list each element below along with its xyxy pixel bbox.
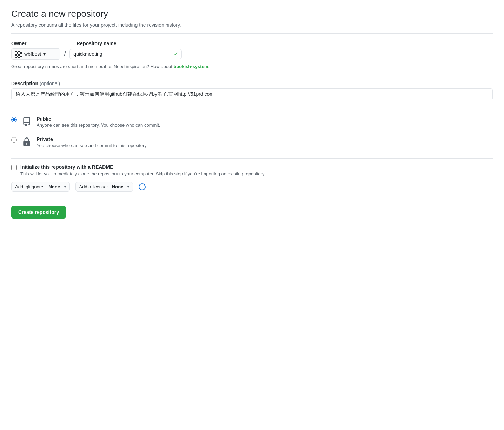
owner-label-wrap: Owner	[11, 41, 67, 46]
visibility-private-option: Private You choose who can see and commi…	[11, 132, 493, 153]
public-title: Public	[37, 116, 160, 122]
readme-title: Initialize this repository with a README	[20, 164, 265, 170]
public-radio[interactable]	[11, 117, 17, 122]
name-suggestion[interactable]: bookish-system	[173, 64, 208, 69]
description-input[interactable]	[11, 88, 493, 100]
readme-row: Initialize this repository with a README…	[11, 164, 493, 176]
private-vis-text: Private You choose who can see and commi…	[37, 136, 148, 148]
owner-avatar	[15, 51, 22, 58]
public-radio-wrap[interactable]	[11, 117, 17, 123]
description-label: Description (optional)	[11, 81, 493, 86]
page-title: Create a new repository	[11, 8, 493, 19]
readme-desc: This will let you immediately clone the …	[20, 171, 265, 176]
private-radio-wrap[interactable]	[11, 137, 17, 144]
divider-bottom	[11, 197, 493, 197]
owner-dropdown-arrow: ▾	[43, 51, 46, 57]
owner-repo-section: Owner Repository name wbfbest ▾ / ✓	[11, 41, 493, 60]
owner-name: wbfbest	[24, 51, 41, 57]
readme-checkbox[interactable]	[11, 165, 17, 170]
name-hint-text-before: Great repository names are short and mem…	[11, 64, 173, 69]
page-subtitle: A repository contains all the files for …	[11, 22, 493, 28]
visibility-public-option: Public Anyone can see this repository. Y…	[11, 112, 493, 132]
readme-text: Initialize this repository with a README…	[20, 164, 265, 176]
private-radio[interactable]	[11, 137, 17, 143]
public-repo-icon	[21, 115, 32, 128]
name-hint-text-after: .	[208, 64, 210, 69]
private-desc: You choose who can see and commit to thi…	[37, 143, 148, 148]
gitignore-label: Add .gitignore:	[15, 184, 45, 189]
description-section: Description (optional)	[11, 81, 493, 100]
owner-repo-inputs: wbfbest ▾ / ✓	[11, 48, 493, 60]
description-optional: (optional)	[40, 81, 60, 86]
name-hint: Great repository names are short and mem…	[11, 64, 493, 69]
public-vis-text: Public Anyone can see this repository. Y…	[37, 116, 160, 128]
description-label-text: Description	[11, 81, 38, 86]
field-labels-row: Owner Repository name	[11, 41, 493, 46]
private-repo-icon	[21, 136, 32, 148]
license-value: None	[112, 184, 124, 189]
visibility-section: Public Anyone can see this repository. Y…	[11, 112, 493, 153]
divider-top	[11, 33, 493, 34]
public-desc: Anyone can see this repository. You choo…	[37, 122, 160, 128]
license-label: Add a license:	[79, 184, 108, 189]
owner-select[interactable]: wbfbest ▾	[11, 48, 60, 60]
readme-section: Initialize this repository with a README…	[11, 164, 493, 192]
repo-name-input[interactable]	[69, 49, 182, 59]
license-info-icon[interactable]: i	[139, 183, 146, 190]
repo-label-wrap: Repository name	[77, 41, 117, 46]
create-repository-button[interactable]: Create repository	[11, 206, 66, 219]
divider-readme-top	[11, 158, 493, 159]
gitignore-license-row: Add .gitignore: None ▾ Add a license: No…	[11, 182, 493, 192]
divider-desc-top	[11, 75, 493, 75]
repo-name-checkmark: ✓	[174, 51, 178, 58]
slash-separator: /	[64, 49, 66, 59]
repo-name-wrap: ✓	[69, 49, 182, 59]
gitignore-arrow: ▾	[64, 185, 66, 189]
owner-label: Owner	[11, 41, 27, 46]
gitignore-dropdown[interactable]: Add .gitignore: None ▾	[11, 182, 70, 192]
license-arrow: ▾	[127, 185, 129, 189]
license-dropdown[interactable]: Add a license: None ▾	[75, 182, 133, 192]
repo-name-label: Repository name	[77, 41, 117, 46]
private-title: Private	[37, 136, 148, 142]
divider-vis-top	[11, 106, 493, 106]
gitignore-value: None	[48, 184, 60, 189]
